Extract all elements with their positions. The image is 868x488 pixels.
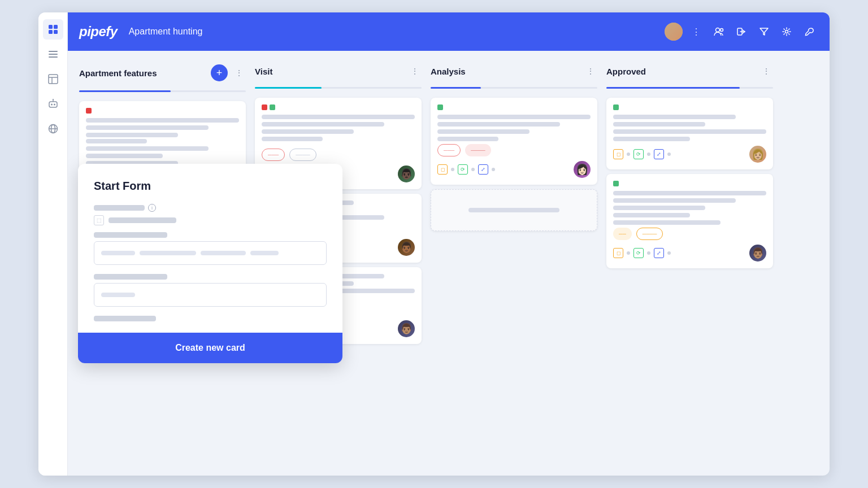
- tag-pink-outline: ───: [437, 144, 461, 156]
- tag-orange-fill: ──: [613, 228, 632, 240]
- footer-icon-2: ⟳: [633, 248, 644, 258]
- form-input-2[interactable]: [94, 283, 327, 307]
- card-avatar-a1: 👩🏻: [574, 161, 591, 178]
- card-line: [262, 122, 384, 127]
- column-title-approved: Approved: [606, 67, 755, 76]
- form-input-1[interactable]: [94, 241, 327, 265]
- column-header-visit: Visit ⋮: [255, 62, 422, 82]
- footer-icon-3: ⤢: [654, 149, 664, 159]
- card-line: [613, 191, 766, 195]
- svg-rect-0: [49, 25, 53, 29]
- image-icon: ⬚: [94, 215, 104, 225]
- card-footer: ◻ ⟳ ⤢ 👩🏼: [613, 146, 766, 163]
- svg-point-18: [716, 28, 720, 32]
- user-avatar[interactable]: [665, 23, 683, 41]
- panel-title: Start Form: [94, 180, 327, 193]
- card-analysis-1[interactable]: ─── ──── ◻ ⟳ ⤢ 👩🏻: [431, 98, 597, 185]
- ind-green: [270, 104, 275, 110]
- column-approved: Approved ⋮ ◻: [606, 62, 773, 268]
- input-ph-2: [101, 293, 135, 297]
- svg-rect-5: [49, 54, 58, 55]
- card-indicator: [262, 104, 415, 110]
- footer-dot: [492, 168, 495, 171]
- column-title-analysis: Analysis: [431, 67, 579, 76]
- tag-pink-fill: ────: [465, 144, 491, 156]
- footer-dot: [667, 251, 671, 255]
- card-indicator: [613, 181, 766, 186]
- footer-dot: [647, 152, 650, 156]
- footer-icon-2: ⟳: [458, 164, 468, 175]
- column-title-visit: Visit: [255, 67, 403, 76]
- column-more-approved[interactable]: ⋮: [760, 64, 773, 78]
- more-menu-icon[interactable]: ⋮: [687, 23, 705, 41]
- header-right: ⋮: [665, 23, 818, 41]
- svg-rect-7: [49, 75, 58, 84]
- column-more-analysis[interactable]: ⋮: [584, 64, 597, 78]
- column-header-analysis: Analysis ⋮: [431, 62, 597, 82]
- svg-point-14: [53, 99, 54, 100]
- panel-footer[interactable]: Create new card: [78, 333, 342, 363]
- info-icon-1: i: [148, 204, 156, 212]
- indicator-red: [86, 108, 92, 114]
- card-approved-1[interactable]: ◻ ⟳ ⤢ 👩🏼: [606, 98, 773, 169]
- sidebar-item-list[interactable]: [43, 44, 63, 64]
- sidebar: [38, 12, 68, 476]
- card-indicator: [86, 108, 239, 114]
- card-loading-indicator: [438, 197, 590, 224]
- card-line: [86, 133, 178, 137]
- sidebar-item-grid[interactable]: [43, 19, 63, 40]
- footer-icon-2: ⟳: [633, 149, 644, 159]
- column-analysis: Analysis ⋮ ─── ────: [431, 62, 597, 231]
- filter-icon[interactable]: [755, 23, 773, 41]
- card-approved-2[interactable]: ── ──── ◻ ⟳ ⤢ 👨🏽: [606, 174, 773, 268]
- card-footer-icons: ◻ ⟳ ⤢: [613, 149, 671, 159]
- card-line: [262, 137, 323, 141]
- svg-rect-6: [49, 56, 58, 58]
- form-label-field2: [94, 274, 167, 280]
- footer-dot: [667, 152, 671, 156]
- card-avatar-ap1: 👩🏼: [749, 146, 766, 163]
- header-left: pipefy Apartment hunting: [79, 24, 202, 40]
- people-icon[interactable]: [710, 23, 728, 41]
- column-add-btn-apartment-features[interactable]: +: [211, 64, 228, 81]
- card-line: [613, 206, 705, 210]
- tag-pink: ───: [262, 149, 285, 161]
- card-line: [86, 139, 147, 143]
- sidebar-item-globe[interactable]: [43, 119, 63, 139]
- card-indicator: [437, 104, 591, 110]
- svg-rect-3: [54, 30, 58, 34]
- card-footer: ◻ ⟳ ⤢ 👩🏻: [437, 161, 591, 178]
- svg-point-22: [785, 30, 788, 33]
- column-more-visit[interactable]: ⋮: [408, 64, 422, 78]
- wrench-icon[interactable]: [800, 23, 818, 41]
- form-field-1: i ⬚: [94, 204, 327, 265]
- form-sub-row-1: ⬚: [94, 215, 327, 225]
- create-new-card-button[interactable]: Create new card: [175, 343, 245, 353]
- sidebar-item-bot[interactable]: [43, 94, 63, 114]
- footer-dot: [647, 251, 650, 255]
- card-avatar-v1: 👨🏿: [398, 165, 415, 182]
- input-ph-1b: [140, 251, 196, 255]
- column-progress-analysis: [431, 87, 597, 89]
- card-line: [86, 125, 209, 130]
- settings-icon[interactable]: [778, 23, 796, 41]
- footer-icon-1: ◻: [613, 248, 623, 258]
- card-line: [86, 154, 163, 158]
- column-more-apartment-features[interactable]: ⋮: [232, 66, 246, 80]
- card-line: [262, 129, 354, 134]
- input-ph-1d: [250, 251, 279, 255]
- enter-icon[interactable]: [732, 23, 750, 41]
- footer-dot: [627, 251, 630, 255]
- panel-body: Start Form i ⬚: [78, 164, 342, 333]
- input-ph-1c: [201, 251, 246, 255]
- sidebar-item-table[interactable]: [43, 69, 63, 89]
- card-line: [613, 129, 766, 134]
- board-area: Apartment features + ⋮: [68, 51, 830, 476]
- header: pipefy Apartment hunting ⋮: [68, 12, 830, 51]
- column-header-approved: Approved ⋮: [606, 62, 773, 82]
- card-line: [613, 115, 736, 119]
- form-label-2: [94, 232, 167, 238]
- card-footer-icons: ◻ ⟳ ⤢: [437, 164, 495, 175]
- card-line: [613, 213, 690, 217]
- column-progress-approved: [606, 87, 773, 89]
